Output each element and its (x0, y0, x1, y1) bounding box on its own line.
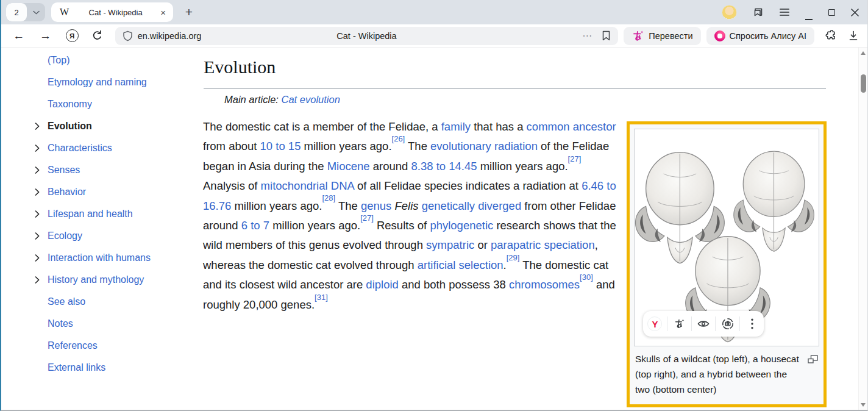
scroll-up-button[interactable] (859, 49, 867, 57)
article-link[interactable]: phylogenetic (430, 219, 493, 232)
wikipedia-favicon-icon: W (60, 7, 72, 18)
yandex-home-button[interactable]: Я (62, 27, 82, 45)
reference-link[interactable]: [26] (392, 134, 405, 143)
chevron-right-icon[interactable] (35, 188, 40, 196)
article-text: million years ago. (301, 140, 391, 152)
address-bar[interactable]: en.wikipedia.org Cat - Wikipedia ⋯ (115, 27, 619, 45)
bookmark-icon[interactable] (602, 30, 611, 41)
window-close-button[interactable] (851, 9, 859, 16)
article-text: million years ago. (231, 199, 322, 212)
toc-item[interactable]: References (35, 335, 196, 357)
toc-item[interactable]: See also (35, 291, 196, 313)
toc-item[interactable]: Senses (35, 159, 196, 181)
toc-item[interactable]: Behavior (35, 181, 196, 203)
chevron-right-icon[interactable] (35, 123, 40, 130)
side-panels-button[interactable] (753, 7, 764, 18)
chevron-right-icon[interactable] (35, 254, 40, 262)
tab-close-button[interactable]: × (159, 7, 167, 18)
article-link[interactable]: sympatric (426, 238, 474, 251)
enlarge-button[interactable] (808, 352, 818, 368)
search-by-image-button[interactable] (715, 316, 739, 331)
ask-alice-button[interactable]: Спросить Алису AI (706, 27, 815, 45)
article-link[interactable]: parapatric speciation (491, 238, 595, 251)
toc-item[interactable]: Taxonomy (35, 93, 196, 115)
tab-cat-wikipedia[interactable]: W Cat - Wikipedia × (51, 2, 173, 22)
toc-item[interactable]: History and mythology (35, 269, 196, 291)
yandex-logo-icon: Y (647, 316, 662, 331)
translate-icon (674, 318, 685, 329)
toc-item[interactable]: Ecology (35, 225, 196, 247)
reference-link[interactable]: [27] (360, 213, 374, 223)
article-link[interactable]: family (441, 120, 471, 133)
chevron-right-icon[interactable] (35, 232, 40, 240)
article-link[interactable]: 6 to 7 (241, 219, 269, 232)
reference-link[interactable]: [31] (315, 293, 328, 302)
image-more-button[interactable] (739, 316, 764, 331)
toc-item[interactable]: External links (35, 357, 196, 379)
toc-item-label: Lifespan and health (48, 209, 133, 220)
article-text: Analysis of (203, 179, 261, 192)
hatnote-link[interactable]: Cat evolution (282, 94, 340, 105)
scroll-down-button[interactable] (859, 401, 867, 409)
article-link[interactable]: chromosomes (509, 278, 580, 291)
toc-item[interactable]: Evolution (35, 115, 196, 137)
article-link[interactable]: genus (361, 199, 391, 212)
toc-item[interactable]: Interaction with humans (35, 247, 196, 269)
article-link[interactable]: common ancestor (527, 120, 616, 133)
back-button[interactable]: ← (9, 27, 29, 45)
toc-item[interactable]: (Top) (35, 49, 196, 71)
article-link[interactable]: 10 to 15 (260, 140, 301, 152)
reference-link[interactable]: [29] (507, 253, 520, 262)
chevron-right-icon[interactable] (35, 276, 40, 284)
toc-item-label: Ecology (48, 231, 82, 241)
eye-icon (697, 319, 710, 329)
browser-menu-button[interactable] (780, 8, 789, 16)
toc-item[interactable]: Notes (35, 313, 196, 335)
table-of-contents: (Top)Etymology and namingTaxonomyEvoluti… (35, 49, 196, 379)
reference-link[interactable]: [28] (322, 193, 335, 202)
toc-item[interactable]: Etymology and naming (35, 71, 196, 93)
article-text: Results of (374, 219, 430, 232)
downloads-button[interactable] (848, 30, 859, 41)
article-link[interactable]: genetically diverged (422, 199, 522, 212)
forward-button[interactable]: → (35, 27, 56, 45)
chevron-right-icon[interactable] (35, 145, 40, 152)
article-link[interactable]: Miocene (327, 160, 370, 173)
article-link[interactable]: evolutionary radiation (430, 140, 538, 152)
toc-item[interactable]: Lifespan and health (35, 203, 196, 225)
translate-image-button[interactable] (667, 316, 691, 331)
toc-item-label: Senses (48, 165, 80, 176)
reference-link[interactable]: [30] (580, 273, 593, 282)
maximize-icon (828, 9, 835, 16)
article-link[interactable]: diploid (366, 278, 399, 291)
window-minimize-button[interactable] (805, 13, 813, 20)
yandex-search-button[interactable]: Y (643, 316, 667, 331)
chevron-right-icon[interactable] (35, 210, 40, 218)
new-tab-button[interactable]: + (180, 4, 197, 21)
article-text: and both possess 38 (399, 278, 509, 291)
article-link[interactable]: artificial selection (418, 259, 503, 271)
preview-image-button[interactable] (691, 316, 716, 331)
profile-avatar[interactable] (722, 5, 737, 20)
toc-item[interactable]: Characteristics (35, 137, 196, 159)
translate-button[interactable]: Перевести (624, 27, 700, 45)
scrollbar-thumb[interactable] (861, 74, 866, 93)
chevron-right-icon[interactable] (35, 166, 40, 174)
tab-list-dropdown-button[interactable] (27, 3, 45, 21)
taxon-name: Felis (394, 199, 418, 212)
chevron-down-icon (33, 10, 40, 15)
skulls-image[interactable]: Y (634, 129, 819, 346)
reference-link[interactable]: [27] (568, 154, 582, 163)
page-scrollbar[interactable] (858, 48, 867, 410)
tab-count-button[interactable]: 2 (6, 3, 27, 21)
extensions-button[interactable] (825, 30, 837, 41)
toc-item-label: Evolution (48, 121, 92, 132)
article-link[interactable]: 8.38 to 14.45 (411, 160, 477, 173)
window-maximize-button[interactable] (828, 9, 835, 16)
address-more-button[interactable]: ⋯ (582, 30, 593, 41)
article-link[interactable]: mitochondrial DNA (261, 179, 354, 192)
toc-item-label: See also (48, 296, 85, 307)
article-text: million years ago. (269, 219, 360, 232)
article-text: around (370, 160, 411, 173)
reload-button[interactable] (87, 27, 108, 45)
